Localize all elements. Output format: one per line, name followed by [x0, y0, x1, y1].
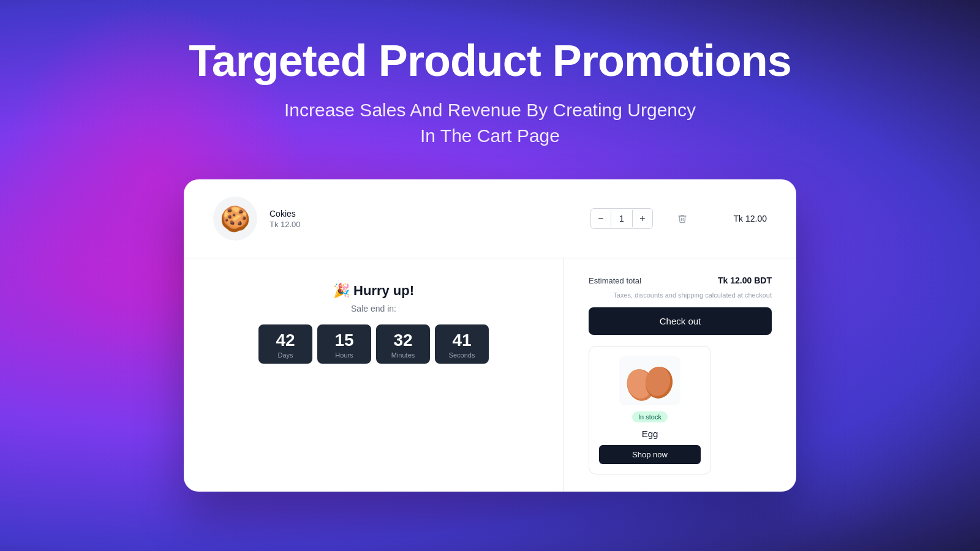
qty-control: − 1 +	[590, 208, 653, 229]
checkout-button[interactable]: Check out	[589, 307, 772, 335]
product-total: Tk 12.00	[724, 214, 767, 223]
minutes-value: 32	[393, 332, 412, 349]
page-content: Targeted Product Promotions Increase Sal…	[0, 0, 980, 492]
product-name: Cokies	[270, 209, 418, 219]
countdown-boxes: 42 Days 15 Hours 32 Minutes 41 Seconds	[258, 324, 489, 364]
days-label: Days	[277, 351, 293, 359]
qty-value: 1	[611, 210, 633, 227]
sale-end-label: Sale end in:	[351, 304, 396, 313]
countdown-section: 🎉 Hurry up! Sale end in: 42 Days 15 Hour…	[184, 258, 564, 492]
recommendation-image	[619, 356, 680, 405]
cart-bottom: 🎉 Hurry up! Sale end in: 42 Days 15 Hour…	[184, 258, 796, 492]
hurry-title: 🎉 Hurry up!	[333, 283, 414, 299]
page-subheadline: Increase Sales And Revenue By Creating U…	[284, 97, 696, 149]
product-image: 🍪	[213, 197, 257, 241]
delete-button[interactable]	[677, 214, 687, 223]
seconds-label: Seconds	[449, 351, 475, 359]
countdown-hours: 15 Hours	[317, 324, 371, 364]
estimated-value: Tk 12.00 BDT	[718, 276, 772, 285]
qty-increase-button[interactable]: +	[633, 209, 652, 228]
product-info: Cokies Tk 12.00	[270, 209, 418, 229]
product-recommendation-card: In stock Egg Shop now	[589, 346, 711, 474]
countdown-seconds: 41 Seconds	[435, 324, 489, 364]
hours-value: 15	[334, 332, 353, 349]
estimated-total-row: Estimated total Tk 12.00 BDT	[589, 276, 772, 285]
seconds-value: 41	[452, 332, 471, 349]
countdown-minutes: 32 Minutes	[376, 324, 430, 364]
in-stock-badge: In stock	[632, 411, 668, 422]
estimated-label: Estimated total	[589, 276, 641, 285]
minutes-label: Minutes	[391, 351, 415, 359]
summary-section: Estimated total Tk 12.00 BDT Taxes, disc…	[564, 258, 796, 492]
product-price: Tk 12.00	[270, 220, 418, 229]
product-card-name: Egg	[642, 429, 658, 439]
shop-now-button[interactable]: Shop now	[599, 445, 701, 464]
hours-label: Hours	[335, 351, 353, 359]
cart-item-row: 🍪 Cokies Tk 12.00 − 1 + Tk 12.00	[184, 179, 796, 258]
countdown-days: 42 Days	[258, 324, 312, 364]
qty-decrease-button[interactable]: −	[591, 209, 611, 228]
days-value: 42	[276, 332, 295, 349]
tax-note: Taxes, discounts and shipping calculated…	[589, 291, 772, 299]
cart-mockup: 🍪 Cokies Tk 12.00 − 1 + Tk 12.00	[184, 179, 796, 492]
page-headline: Targeted Product Promotions	[189, 37, 791, 85]
